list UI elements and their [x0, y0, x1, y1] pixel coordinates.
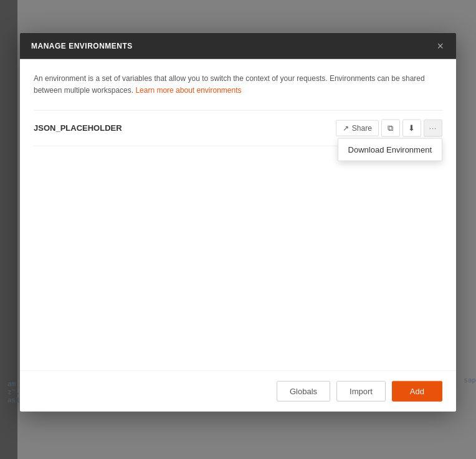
learn-more-link[interactable]: Learn more about environments: [135, 85, 241, 94]
download-environment-item[interactable]: Download Environment: [338, 139, 442, 161]
share-icon: [343, 124, 349, 133]
env-name: JSON_PLACEHOLDER: [34, 123, 336, 133]
copy-icon: [388, 123, 393, 133]
download-button[interactable]: [402, 120, 421, 137]
modal-body: An environment is a set of variables tha…: [20, 59, 456, 370]
copy-button[interactable]: [381, 120, 400, 137]
share-button[interactable]: Share: [336, 120, 379, 136]
modal-description: An environment is a set of variables tha…: [34, 72, 442, 96]
more-options-button[interactable]: [424, 120, 442, 137]
share-label: Share: [352, 124, 372, 133]
import-button[interactable]: Import: [336, 381, 386, 402]
env-item: JSON_PLACEHOLDER Share: [34, 111, 442, 146]
close-button[interactable]: ×: [436, 40, 445, 51]
globals-button[interactable]: Globals: [277, 381, 330, 402]
more-icon: [429, 123, 437, 133]
dropdown-menu: Download Environment: [338, 138, 442, 161]
modal-footer: Globals Import Add: [20, 371, 456, 412]
modal-spacer: [34, 146, 442, 371]
modal-overlay: MANAGE ENVIRONMENTS × An environment is …: [0, 0, 476, 459]
env-actions: Share Download Envir: [336, 120, 442, 137]
modal-header: MANAGE ENVIRONMENTS ×: [20, 32, 456, 59]
add-button[interactable]: Add: [392, 381, 442, 402]
environment-list: JSON_PLACEHOLDER Share: [34, 110, 442, 146]
manage-environments-modal: MANAGE ENVIRONMENTS × An environment is …: [20, 32, 456, 411]
modal-title: MANAGE ENVIRONMENTS: [31, 41, 133, 50]
download-icon: [408, 123, 415, 133]
